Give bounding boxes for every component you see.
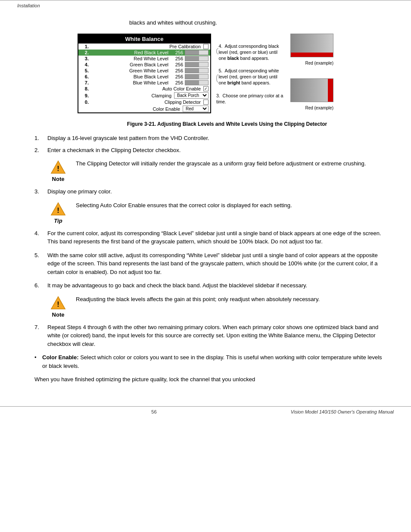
wb-checkbox-clipping[interactable] (203, 100, 209, 105)
step-2-text: Enter a checkmark in the Clipping Detect… (47, 146, 181, 155)
wb-value-green-black: 256 (171, 62, 183, 67)
intro-text: blacks and whites without crushing. (129, 19, 385, 26)
step-5-text: With the same color still active, adjust… (47, 251, 385, 277)
tip-1-box: ! Tip Selecting Auto Color Enable ensure… (47, 201, 385, 224)
bullet-color-enable: • Color Enable: Select which color or co… (34, 353, 385, 370)
wb-label-color-enable: Color Enable (90, 106, 180, 112)
step-1: 1. Display a 16-level grayscale test pat… (34, 134, 385, 143)
closing-para: When you have finished optimizing the pi… (34, 375, 385, 384)
note-2-box: ! Note Readjusting the black levels affe… (47, 295, 385, 318)
note-2-icon-group: ! Note (47, 295, 69, 318)
wb-num-2: 2. (80, 50, 89, 55)
step-6-text: It may be advantageous to go back and ch… (47, 281, 307, 290)
wb-value-blue-white: 256 (171, 80, 183, 85)
wb-label-clipping: Clipping Detector (90, 100, 201, 105)
svg-text:!: ! (57, 300, 59, 308)
note-2-text: Readjusting the black levels affects the… (76, 295, 385, 304)
warning-triangle-icon-1: ! (50, 159, 66, 175)
top-bar: Installation (0, 0, 411, 11)
wb-label-blue-white: Blue White Level (90, 80, 168, 85)
wb-slider-green-black[interactable] (185, 62, 209, 67)
svg-text:!: ! (57, 165, 59, 172)
annotation-primary-text: 3. Choose one primary color at a time. (216, 93, 283, 104)
wb-slider-blue-white[interactable] (185, 80, 209, 85)
wb-num-6: 6. (80, 74, 89, 79)
note-2-word: Note (52, 311, 65, 318)
wb-row-color-enable: Color Enable Red (78, 105, 210, 112)
wb-label-pre-calibration: Pre Calibration (90, 44, 201, 49)
red-example-bottom: Red (example) (290, 78, 333, 110)
red-example-label-top: Red (example) (290, 61, 333, 65)
wb-num-5: 5. (80, 68, 89, 73)
step-4-num: 4. (34, 229, 47, 246)
note-1-word: Note (52, 176, 65, 182)
wb-label-green-black: Green Black Level (90, 62, 168, 67)
step5-list: 5. With the same color still active, adj… (34, 251, 385, 277)
wb-row-auto-color: 8. Auto Color Enable ✓ (78, 86, 210, 92)
note-1-text: The Clipping Detector will initially ren… (76, 159, 385, 168)
step4-list: 4. For the current color, adjust its cor… (34, 229, 385, 246)
step-3: 3. Display one primary color. (34, 187, 385, 196)
wb-table-body: 1. Pre Calibration 2. Red Black Level 25… (78, 44, 210, 112)
wb-value-green-white: 256 (171, 68, 183, 73)
warning-triangle-icon-2: ! (50, 295, 66, 311)
wb-slider-red-white[interactable] (185, 56, 209, 61)
annotation-black-level-text: 4. Adjust corresponding black level (red… (218, 43, 285, 62)
wb-num-3: 3. (80, 56, 89, 61)
svg-text:!: ! (57, 206, 59, 214)
wb-label-red-white: Red White Level (90, 56, 168, 61)
step-6-num: 6. (34, 281, 47, 290)
tip-1-icon-group: ! Tip (47, 201, 69, 224)
section-label: Installation (17, 3, 40, 8)
note-1-box: ! Note The Clipping Detector will initia… (47, 159, 385, 182)
annotation-primary-color: 3. Choose one primary color at a time. (216, 93, 285, 105)
wb-row-blue-white: 7. Blue White Level 256 (78, 80, 210, 86)
content-area: blacks and whites without crushing. Whit… (0, 11, 411, 398)
step-7-text: Repeat Steps 4 through 6 with the other … (47, 323, 385, 348)
wb-select-clamping[interactable]: Back Porch (174, 92, 209, 99)
red-example-top: Red (example) (290, 34, 333, 65)
tip-1-text: Selecting Auto Color Enable ensures that… (76, 201, 385, 210)
wb-num-9: 9. (80, 93, 89, 98)
step-1-text: Display a 16-level grayscale test patter… (47, 134, 209, 143)
wb-row-green-white: 5. Green White Level 256 (78, 68, 210, 74)
figure-caption: Figure 3-21. Adjusting Black Levels and … (69, 121, 385, 127)
step-5-num: 5. (34, 251, 47, 277)
step-2-num: 2. (34, 146, 47, 155)
wb-row-pre-calibration: 1. Pre Calibration (78, 44, 210, 50)
wb-num-1: 1. (80, 44, 89, 49)
wb-checkbox-auto-color[interactable]: ✓ (203, 86, 209, 91)
bullet-list: • Color Enable: Select which color or co… (34, 353, 385, 370)
bullet-dot: • (34, 353, 42, 370)
wb-label-clamping: Clamping (90, 93, 171, 98)
step7-list: 7. Repeat Steps 4 through 6 with the oth… (34, 323, 385, 348)
wb-row-red-white: 3. Red White Level 256 (78, 56, 210, 62)
wb-table-header: White Balance (78, 34, 210, 44)
wb-select-color-enable[interactable]: Red (183, 106, 209, 112)
wb-checkbox-pre-cal[interactable] (203, 44, 209, 49)
footer-right: Vision Model 140/150 Owner's Operating M… (291, 409, 394, 414)
step-3-num: 3. (34, 187, 47, 196)
step3-list: 3. Display one primary color. (34, 187, 385, 196)
wb-num-8: 8. (80, 86, 89, 91)
note-1-icon-group: ! Note (47, 159, 69, 182)
wb-value-red-black: 256 (171, 50, 183, 55)
wb-value-red-white: 256 (171, 56, 183, 61)
annotation-white-level-text: 5. Adjust corresponding white level (red… (218, 68, 285, 86)
wb-num-4: 4. (80, 62, 89, 67)
step-7-num: 7. (34, 323, 47, 348)
bullet-rest: Select which color or colors you want to… (42, 354, 382, 369)
steps-list: 1. Display a 16-level grayscale test pat… (34, 134, 385, 154)
wb-slider-green-white[interactable] (185, 68, 209, 73)
wb-slider-red-black[interactable] (185, 50, 209, 55)
wb-row-blue-black: 6. Blue Black Level 256 (78, 74, 210, 80)
warning-triangle-icon-tip: ! (50, 201, 66, 217)
step-6: 6. It may be advantageous to go back and… (34, 281, 385, 290)
wb-value-blue-black: 256 (171, 74, 183, 79)
wb-row-clipping: 0. Clipping Detector (78, 99, 210, 105)
wb-label-green-white: Green White Level (90, 68, 168, 73)
step-2: 2. Enter a checkmark in the Clipping Det… (34, 146, 385, 155)
white-balance-table: White Balance 1. Pre Calibration 2. Red … (78, 34, 211, 113)
step-1-num: 1. (34, 134, 47, 143)
wb-slider-blue-black[interactable] (185, 74, 209, 79)
